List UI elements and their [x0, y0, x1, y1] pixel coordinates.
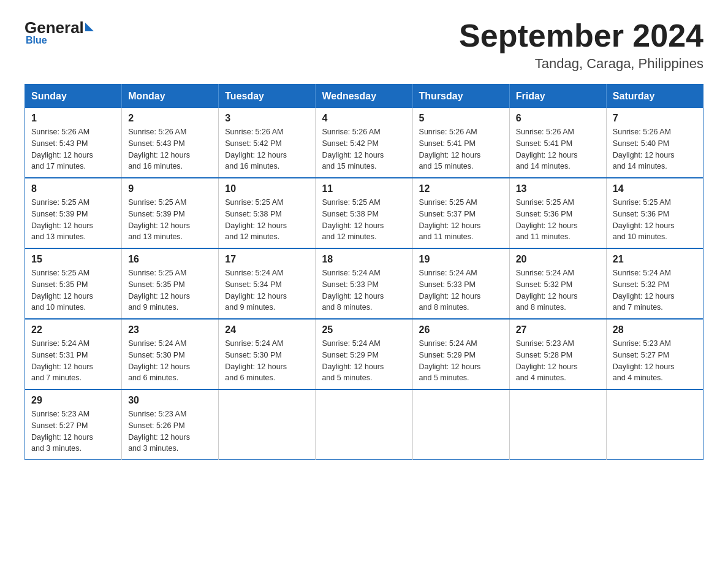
day-number: 21: [613, 254, 697, 265]
calendar-week-3: 15Sunrise: 5:25 AMSunset: 5:35 PMDayligh…: [25, 248, 703, 319]
day-number: 22: [31, 324, 115, 335]
day-info: Sunrise: 5:25 AMSunset: 5:38 PMDaylight:…: [225, 197, 309, 243]
calendar-header-monday: Monday: [122, 85, 219, 109]
day-info: Sunrise: 5:23 AMSunset: 5:26 PMDaylight:…: [128, 408, 212, 454]
day-number: 29: [31, 395, 115, 406]
day-info: Sunrise: 5:23 AMSunset: 5:28 PMDaylight:…: [516, 338, 600, 384]
calendar-cell: 9Sunrise: 5:25 AMSunset: 5:39 PMDaylight…: [122, 178, 219, 248]
calendar-week-5: 29Sunrise: 5:23 AMSunset: 5:27 PMDayligh…: [25, 389, 703, 460]
calendar-header-thursday: Thursday: [412, 85, 509, 109]
calendar-cell: 13Sunrise: 5:25 AMSunset: 5:36 PMDayligh…: [509, 178, 606, 248]
day-number: 3: [225, 113, 309, 124]
day-info: Sunrise: 5:23 AMSunset: 5:27 PMDaylight:…: [613, 338, 697, 384]
logo-blue: Blue: [26, 35, 47, 46]
day-info: Sunrise: 5:26 AMSunset: 5:43 PMDaylight:…: [128, 126, 212, 172]
calendar-cell: [606, 389, 703, 460]
day-number: 28: [613, 324, 697, 335]
calendar-cell: 7Sunrise: 5:26 AMSunset: 5:40 PMDaylight…: [606, 108, 703, 178]
calendar-cell: [316, 389, 412, 460]
calendar-cell: 10Sunrise: 5:25 AMSunset: 5:38 PMDayligh…: [219, 178, 316, 248]
calendar-cell: [412, 389, 509, 460]
day-number: 30: [128, 395, 212, 406]
day-info: Sunrise: 5:24 AMSunset: 5:32 PMDaylight:…: [516, 267, 600, 313]
calendar-week-4: 22Sunrise: 5:24 AMSunset: 5:31 PMDayligh…: [25, 319, 703, 389]
day-number: 20: [516, 254, 600, 265]
day-number: 12: [419, 183, 503, 194]
day-number: 4: [322, 113, 406, 124]
page-title: September 2024: [459, 18, 703, 53]
page-header: General Blue September 2024 Tandag, Cara…: [25, 18, 703, 72]
calendar-cell: 29Sunrise: 5:23 AMSunset: 5:27 PMDayligh…: [25, 389, 122, 460]
calendar-cell: 5Sunrise: 5:26 AMSunset: 5:41 PMDaylight…: [412, 108, 509, 178]
page-subtitle: Tandag, Caraga, Philippines: [459, 56, 703, 72]
day-info: Sunrise: 5:26 AMSunset: 5:41 PMDaylight:…: [419, 126, 503, 172]
day-number: 17: [225, 254, 309, 265]
day-number: 16: [128, 254, 212, 265]
calendar-cell: 16Sunrise: 5:25 AMSunset: 5:35 PMDayligh…: [122, 248, 219, 319]
calendar-header-row: SundayMondayTuesdayWednesdayThursdayFrid…: [25, 85, 703, 109]
calendar-header-tuesday: Tuesday: [219, 85, 316, 109]
calendar-cell: [219, 389, 316, 460]
logo: General Blue: [25, 18, 94, 46]
calendar-table: SundayMondayTuesdayWednesdayThursdayFrid…: [25, 84, 703, 460]
calendar-cell: 19Sunrise: 5:24 AMSunset: 5:33 PMDayligh…: [412, 248, 509, 319]
day-number: 8: [31, 183, 115, 194]
day-info: Sunrise: 5:24 AMSunset: 5:31 PMDaylight:…: [31, 338, 115, 384]
calendar-header-saturday: Saturday: [606, 85, 703, 109]
day-info: Sunrise: 5:24 AMSunset: 5:33 PMDaylight:…: [419, 267, 503, 313]
calendar-cell: 6Sunrise: 5:26 AMSunset: 5:41 PMDaylight…: [509, 108, 606, 178]
calendar-cell: 3Sunrise: 5:26 AMSunset: 5:42 PMDaylight…: [219, 108, 316, 178]
calendar-cell: 20Sunrise: 5:24 AMSunset: 5:32 PMDayligh…: [509, 248, 606, 319]
calendar-cell: 23Sunrise: 5:24 AMSunset: 5:30 PMDayligh…: [122, 319, 219, 389]
calendar-cell: [509, 389, 606, 460]
day-info: Sunrise: 5:25 AMSunset: 5:39 PMDaylight:…: [31, 197, 115, 243]
calendar-cell: 30Sunrise: 5:23 AMSunset: 5:26 PMDayligh…: [122, 389, 219, 460]
day-info: Sunrise: 5:25 AMSunset: 5:38 PMDaylight:…: [322, 197, 406, 243]
day-number: 15: [31, 254, 115, 265]
day-info: Sunrise: 5:23 AMSunset: 5:27 PMDaylight:…: [31, 408, 115, 454]
day-number: 10: [225, 183, 309, 194]
day-number: 24: [225, 324, 309, 335]
calendar-header-sunday: Sunday: [25, 85, 122, 109]
day-info: Sunrise: 5:24 AMSunset: 5:29 PMDaylight:…: [419, 338, 503, 384]
day-info: Sunrise: 5:24 AMSunset: 5:29 PMDaylight:…: [322, 338, 406, 384]
day-info: Sunrise: 5:24 AMSunset: 5:32 PMDaylight:…: [613, 267, 697, 313]
calendar-cell: 27Sunrise: 5:23 AMSunset: 5:28 PMDayligh…: [509, 319, 606, 389]
calendar-cell: 26Sunrise: 5:24 AMSunset: 5:29 PMDayligh…: [412, 319, 509, 389]
calendar-cell: 24Sunrise: 5:24 AMSunset: 5:30 PMDayligh…: [219, 319, 316, 389]
calendar-header-wednesday: Wednesday: [316, 85, 412, 109]
day-number: 11: [322, 183, 406, 194]
day-number: 23: [128, 324, 212, 335]
calendar-cell: 17Sunrise: 5:24 AMSunset: 5:34 PMDayligh…: [219, 248, 316, 319]
day-info: Sunrise: 5:26 AMSunset: 5:41 PMDaylight:…: [516, 126, 600, 172]
day-info: Sunrise: 5:25 AMSunset: 5:39 PMDaylight:…: [128, 197, 212, 243]
day-number: 14: [613, 183, 697, 194]
calendar-cell: 11Sunrise: 5:25 AMSunset: 5:38 PMDayligh…: [316, 178, 412, 248]
day-number: 27: [516, 324, 600, 335]
day-info: Sunrise: 5:26 AMSunset: 5:43 PMDaylight:…: [31, 126, 115, 172]
title-block: September 2024 Tandag, Caraga, Philippin…: [459, 18, 703, 72]
day-info: Sunrise: 5:26 AMSunset: 5:40 PMDaylight:…: [613, 126, 697, 172]
day-info: Sunrise: 5:24 AMSunset: 5:30 PMDaylight:…: [225, 338, 309, 384]
calendar-cell: 1Sunrise: 5:26 AMSunset: 5:43 PMDaylight…: [25, 108, 122, 178]
calendar-cell: 22Sunrise: 5:24 AMSunset: 5:31 PMDayligh…: [25, 319, 122, 389]
calendar-header-friday: Friday: [509, 85, 606, 109]
day-number: 18: [322, 254, 406, 265]
day-info: Sunrise: 5:26 AMSunset: 5:42 PMDaylight:…: [322, 126, 406, 172]
day-info: Sunrise: 5:25 AMSunset: 5:36 PMDaylight:…: [613, 197, 697, 243]
day-number: 2: [128, 113, 212, 124]
day-info: Sunrise: 5:24 AMSunset: 5:30 PMDaylight:…: [128, 338, 212, 384]
day-number: 9: [128, 183, 212, 194]
calendar-week-2: 8Sunrise: 5:25 AMSunset: 5:39 PMDaylight…: [25, 178, 703, 248]
day-info: Sunrise: 5:26 AMSunset: 5:42 PMDaylight:…: [225, 126, 309, 172]
calendar-cell: 18Sunrise: 5:24 AMSunset: 5:33 PMDayligh…: [316, 248, 412, 319]
day-info: Sunrise: 5:25 AMSunset: 5:37 PMDaylight:…: [419, 197, 503, 243]
logo-triangle-icon: [85, 23, 94, 31]
day-number: 7: [613, 113, 697, 124]
calendar-cell: 4Sunrise: 5:26 AMSunset: 5:42 PMDaylight…: [316, 108, 412, 178]
day-number: 13: [516, 183, 600, 194]
calendar-cell: 15Sunrise: 5:25 AMSunset: 5:35 PMDayligh…: [25, 248, 122, 319]
calendar-cell: 25Sunrise: 5:24 AMSunset: 5:29 PMDayligh…: [316, 319, 412, 389]
day-info: Sunrise: 5:25 AMSunset: 5:35 PMDaylight:…: [128, 267, 212, 313]
day-info: Sunrise: 5:25 AMSunset: 5:36 PMDaylight:…: [516, 197, 600, 243]
